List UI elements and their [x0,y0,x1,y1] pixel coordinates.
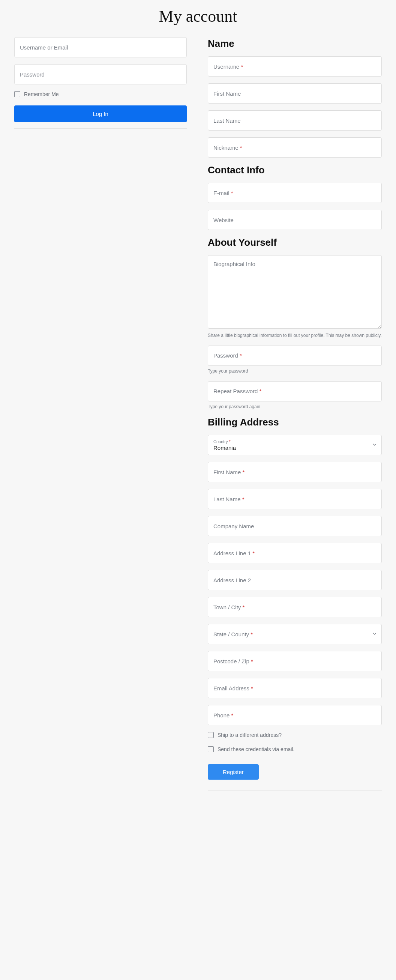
last-name-field[interactable]: Last Name [208,110,382,130]
bio-textarea[interactable] [208,255,382,329]
city-label: Town / City [213,604,241,611]
checkbox-icon [14,91,20,97]
nickname-field[interactable]: Nickname * [208,137,382,158]
section-billing: Billing Address [208,417,382,428]
login-form: Username or Email Password Remember Me L… [14,37,187,791]
login-button[interactable]: Log In [14,105,187,123]
nickname-label: Nickname [213,145,239,151]
postcode-label: Postcode / Zip [213,658,250,665]
first-name-field[interactable]: First Name [208,83,382,103]
register-divider [208,790,382,791]
section-about: About Yourself [208,237,382,248]
chevron-down-icon [372,631,377,638]
required-icon: * [243,469,245,476]
address1-field[interactable]: Address Line 1 * [208,543,382,563]
send-credentials-label: Send these credentials via email. [218,746,294,752]
username-label: Username [213,64,239,70]
required-icon: * [229,439,231,444]
login-divider [14,128,187,129]
repeat-password-help: Type your password again [208,404,382,410]
email-field[interactable]: E-mail * [208,183,382,203]
required-icon: * [231,712,234,719]
password-help: Type your password [208,368,382,374]
ship-different-checkbox[interactable]: Ship to a different address? [208,732,382,738]
website-label: Website [213,217,234,223]
register-form: Name Username * First Name Last Name Nic… [208,37,382,791]
register-button[interactable]: Register [208,764,259,780]
city-field[interactable]: Town / City * [208,597,382,617]
billing-last-name-field[interactable]: Last Name * [208,489,382,509]
required-icon: * [251,685,253,692]
repeat-password-field[interactable]: Repeat Password * [208,381,382,401]
required-icon: * [251,658,253,665]
remember-me-label: Remember Me [24,91,59,97]
checkbox-icon [208,746,214,752]
ship-different-label: Ship to a different address? [218,732,281,738]
password-label: Password [213,352,238,359]
country-select[interactable]: Country * Romania [208,435,382,455]
postcode-field[interactable]: Postcode / Zip * [208,651,382,671]
company-label: Company Name [213,523,254,530]
login-password-placeholder: Password [20,71,45,78]
required-icon: * [241,64,243,70]
company-field[interactable]: Company Name [208,516,382,536]
phone-label: Phone [213,712,229,719]
remember-me-checkbox[interactable]: Remember Me [14,91,187,97]
state-label: State / County [213,631,249,638]
address2-label: Address Line 2 [213,577,251,584]
login-password-field[interactable]: Password [14,64,187,84]
country-label: Country [213,439,228,444]
section-contact: Contact Info [208,164,382,176]
required-icon: * [240,145,242,151]
address1-label: Address Line 1 [213,550,251,557]
section-name: Name [208,38,382,49]
billing-first-name-label: First Name [213,469,241,476]
email-label: E-mail [213,190,229,196]
username-field[interactable]: Username * [208,56,382,76]
required-icon: * [242,496,245,503]
required-icon: * [259,388,262,395]
bio-help: Share a little biographical information … [208,332,382,339]
required-icon: * [252,550,254,557]
required-icon: * [231,190,233,196]
first-name-label: First Name [213,91,241,97]
required-icon: * [251,631,253,638]
password-field[interactable]: Password * [208,345,382,366]
country-value: Romania [213,445,376,451]
repeat-password-label: Repeat Password [213,388,258,395]
login-username-placeholder: Username or Email [20,44,68,51]
checkbox-icon [208,732,214,738]
required-icon: * [243,604,245,611]
state-select[interactable]: State / County * [208,624,382,644]
last-name-label: Last Name [213,118,241,124]
billing-last-name-label: Last Name [213,496,241,503]
address2-field[interactable]: Address Line 2 [208,570,382,590]
phone-field[interactable]: Phone * [208,705,382,725]
required-icon: * [240,352,242,359]
billing-email-field[interactable]: Email Address * [208,678,382,698]
billing-first-name-field[interactable]: First Name * [208,462,382,482]
billing-email-label: Email Address [213,685,250,692]
page-title: My account [0,0,396,37]
website-field[interactable]: Website [208,210,382,230]
login-username-field[interactable]: Username or Email [14,37,187,57]
send-credentials-checkbox[interactable]: Send these credentials via email. [208,746,382,752]
